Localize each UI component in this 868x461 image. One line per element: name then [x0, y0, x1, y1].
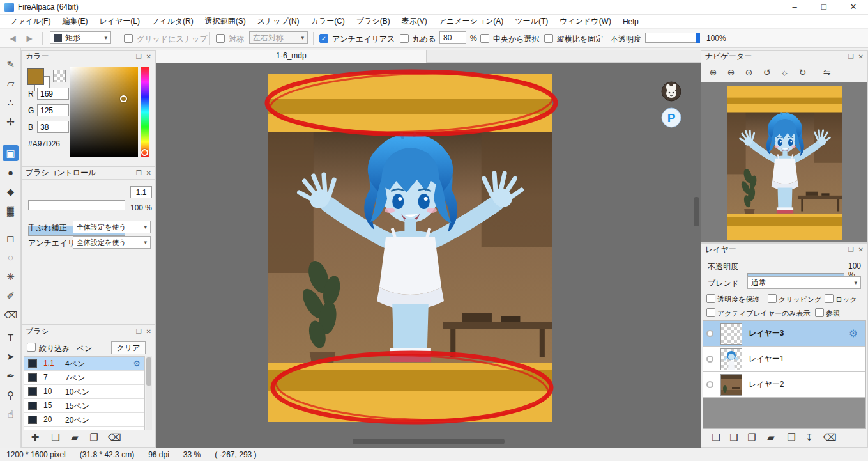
close-panel-icon[interactable]: ✕: [146, 328, 151, 335]
bucket-tool[interactable]: ◆: [3, 184, 19, 199]
rotate-right-icon[interactable]: ↻: [795, 65, 811, 80]
layer-settings-gear-icon[interactable]: ⚙: [849, 327, 858, 340]
close-button[interactable]: ✕: [839, 0, 868, 14]
minimize-button[interactable]: –: [780, 0, 809, 14]
saturation-value-picker[interactable]: [70, 67, 138, 157]
alpaca-sticker-icon[interactable]: [661, 81, 681, 102]
float-panel-icon[interactable]: ❐: [136, 53, 142, 60]
menu-item-file[interactable]: ファイル(F): [4, 16, 56, 27]
eyedropper-tool[interactable]: ⚲: [3, 387, 19, 403]
float-panel-icon[interactable]: ❐: [848, 246, 854, 253]
text-tool[interactable]: T: [3, 329, 19, 345]
brush-folder-icon[interactable]: ▰: [68, 430, 82, 444]
brush-settings-gear-icon[interactable]: ⚙: [133, 359, 141, 368]
lock-checkbox[interactable]: [825, 294, 834, 303]
menu-item-brush[interactable]: ブラシ(B): [351, 16, 396, 27]
menu-item-edit[interactable]: 編集(E): [56, 16, 93, 27]
hue-bar[interactable]: [141, 67, 149, 157]
select-eraser-tool[interactable]: ⌫: [3, 307, 19, 323]
brush-size-slider[interactable]: [28, 200, 125, 210]
menu-item-selection[interactable]: 選択範囲(S): [199, 16, 252, 27]
symmetry-mode-select[interactable]: 左右対称 ▾: [249, 31, 308, 44]
layer-row[interactable]: レイヤー3 ⚙: [703, 321, 865, 347]
symmetry-checkbox[interactable]: [216, 34, 225, 43]
merge-layer-icon[interactable]: ↧: [802, 430, 816, 444]
rotate-left-icon[interactable]: ↺: [759, 65, 775, 80]
new-brush-icon[interactable]: ❏: [49, 430, 63, 444]
round-value-select[interactable]: 80: [439, 31, 466, 44]
blend-select[interactable]: 通常 ▾: [747, 276, 861, 289]
layer-visibility-cell[interactable]: [703, 347, 717, 371]
close-panel-icon[interactable]: ✕: [146, 53, 151, 60]
layer-visibility-cell[interactable]: [703, 321, 717, 346]
select-pen-tool[interactable]: ✐: [3, 288, 19, 304]
brush-list-item[interactable]: 1.1 4ペン ⚙: [24, 357, 144, 371]
brush-filter-value[interactable]: ペン: [77, 343, 93, 354]
foreground-color-swatch[interactable]: [27, 68, 44, 85]
vertical-scrollbar-thumb[interactable]: [694, 197, 699, 226]
reset-rotation-icon[interactable]: ☼: [777, 65, 793, 80]
brush-filter-checkbox[interactable]: [27, 343, 36, 352]
menu-item-tool[interactable]: ツール(T): [509, 16, 554, 27]
zoom-reset-icon[interactable]: ⊙: [741, 65, 757, 80]
new-layer-8bit-icon[interactable]: ❑: [727, 430, 741, 444]
zoom-out-icon[interactable]: ⊖: [723, 65, 739, 80]
next-snap-button[interactable]: ▶: [22, 31, 37, 45]
stabilizer-select[interactable]: 全体設定を使う ▾: [73, 221, 151, 233]
antialias-checkbox[interactable]: ✓: [319, 34, 328, 43]
canvas-viewport[interactable]: P: [156, 63, 701, 448]
delete-brush-icon[interactable]: ⌫: [107, 430, 121, 444]
pen-tool[interactable]: ✎: [3, 56, 19, 72]
menu-item-snap[interactable]: スナップ(N): [252, 16, 305, 27]
smudge-tool[interactable]: ∴: [3, 95, 19, 111]
menu-item-window[interactable]: ウィンドウ(W): [554, 16, 617, 27]
brush-list-item[interactable]: 50 50ペン: [24, 427, 144, 430]
snap-grid-checkbox[interactable]: [124, 34, 133, 43]
gradation-tool[interactable]: ▓: [3, 203, 19, 219]
brush-list-item[interactable]: 7 7ペン: [24, 371, 144, 385]
hand-tool[interactable]: ☝: [3, 406, 19, 422]
green-input[interactable]: [37, 104, 69, 116]
center-select-checkbox[interactable]: [480, 34, 489, 43]
transparent-color-swatch[interactable]: [53, 70, 66, 82]
horizontal-scrollbar-thumb[interactable]: [353, 439, 505, 444]
visibility-dot-icon[interactable]: [706, 381, 713, 388]
brush-list-item[interactable]: 15 15ペン: [24, 399, 144, 413]
active-only-checkbox[interactable]: [706, 308, 715, 317]
duplicate-brush-icon[interactable]: ❐: [87, 430, 101, 444]
reference-checkbox[interactable]: [815, 308, 824, 317]
menu-item-help[interactable]: Help: [617, 17, 644, 26]
canvas[interactable]: [268, 74, 552, 422]
red-input[interactable]: [37, 88, 69, 100]
select-tool[interactable]: ◻: [3, 230, 19, 246]
layer-row[interactable]: レイヤー2: [703, 372, 865, 398]
layer-visibility-cell[interactable]: [703, 372, 717, 397]
maximize-button[interactable]: □: [809, 0, 839, 14]
menu-item-filter[interactable]: フィルタ(R): [146, 16, 199, 27]
new-layer-icon[interactable]: ❏: [709, 430, 723, 444]
fill-tool[interactable]: ●: [3, 164, 19, 180]
zoom-in-icon[interactable]: ⊕: [705, 65, 721, 80]
magic-wand-tool[interactable]: ✳: [3, 269, 19, 285]
shape-fill-tool[interactable]: ▣: [3, 145, 19, 161]
close-panel-icon[interactable]: ✕: [858, 246, 864, 253]
opacity-slider-thumb[interactable]: [696, 33, 700, 43]
new-folder-icon[interactable]: ▰: [764, 430, 778, 444]
delete-layer-icon[interactable]: ⌫: [823, 430, 837, 444]
curve-tool[interactable]: ✒: [3, 368, 19, 384]
layer-row[interactable]: レイヤー1: [703, 347, 865, 372]
move-tool[interactable]: ✢: [3, 114, 19, 130]
pixiv-sticker-icon[interactable]: P: [661, 107, 681, 128]
add-brush-icon[interactable]: ✚: [28, 430, 42, 444]
menu-item-color[interactable]: カラー(C): [305, 16, 351, 27]
blue-input[interactable]: [37, 121, 69, 133]
protect-alpha-checkbox[interactable]: [706, 294, 715, 303]
brush-list-scrollbar-thumb[interactable]: [146, 357, 151, 386]
sv-picker-marker[interactable]: [120, 95, 127, 102]
fix-ratio-checkbox[interactable]: [544, 34, 553, 43]
round-checkbox[interactable]: [400, 34, 409, 43]
menu-item-animation[interactable]: アニメーション(A): [433, 16, 510, 27]
flip-horizontal-icon[interactable]: ⇋: [819, 65, 835, 80]
float-panel-icon[interactable]: ❐: [136, 328, 142, 335]
float-panel-icon[interactable]: ❐: [136, 169, 142, 176]
